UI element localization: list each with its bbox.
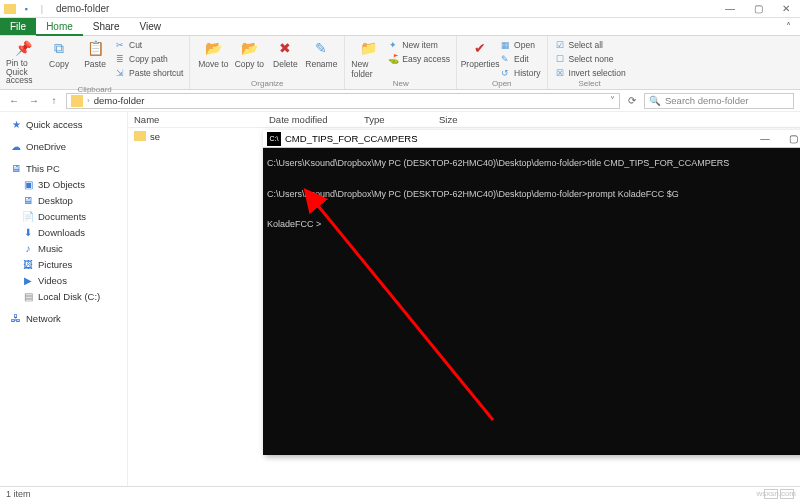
cmd-output[interactable]: C:\Users\Ksound\Dropbox\My PC (DESKTOP-6…: [263, 148, 800, 455]
music-icon: ♪: [22, 242, 34, 254]
cube-icon: ▣: [22, 178, 34, 190]
tab-file[interactable]: File: [0, 18, 36, 35]
group-label: Select: [554, 79, 626, 89]
sidebar-item-local-disk[interactable]: ▤Local Disk (C:): [0, 288, 127, 304]
tab-view[interactable]: View: [130, 18, 172, 35]
maximize-button[interactable]: ▢: [744, 0, 772, 18]
ribbon-tabs: File Home Share View ˄: [0, 18, 800, 36]
group-label: New: [351, 79, 450, 89]
main: ★Quick access ☁OneDrive 🖥This PC ▣3D Obj…: [0, 112, 800, 486]
easy-icon: ⛳: [387, 53, 399, 65]
edit-button[interactable]: ✎Edit: [499, 52, 540, 65]
copy-button[interactable]: ⧉Copy: [42, 38, 76, 69]
new-folder-button[interactable]: 📁New folder: [351, 38, 385, 79]
minimize-button[interactable]: —: [716, 0, 744, 18]
column-size[interactable]: Size: [433, 114, 493, 125]
cut-button[interactable]: ✂Cut: [114, 38, 183, 51]
video-icon: ▶: [22, 274, 34, 286]
cut-icon: ✂: [114, 39, 126, 51]
ribbon-collapse-button[interactable]: ˄: [776, 18, 800, 35]
up-button[interactable]: ↑: [46, 93, 62, 109]
select-none-button[interactable]: ☐Select none: [554, 52, 626, 65]
search-icon: 🔍: [649, 95, 661, 106]
copy-path-button[interactable]: ≣Copy path: [114, 52, 183, 65]
chevron-down-icon[interactable]: ˅: [610, 95, 615, 106]
cloud-icon: ☁: [10, 140, 22, 152]
move-icon: 📂: [203, 38, 223, 58]
sidebar-item-3d-objects[interactable]: ▣3D Objects: [0, 176, 127, 192]
pin-icon: 📌: [13, 38, 33, 58]
column-name[interactable]: Name: [128, 114, 263, 125]
cmd-minimize-button[interactable]: —: [751, 130, 779, 148]
sidebar-item-documents[interactable]: 📄Documents: [0, 208, 127, 224]
explorer-titlebar: ▪ | demo-folder — ▢ ✕: [0, 0, 800, 18]
new-folder-icon: 📁: [358, 38, 378, 58]
open-button[interactable]: ▦Open: [499, 38, 540, 51]
properties-button[interactable]: ✔Properties: [463, 38, 497, 69]
rename-icon: ✎: [311, 38, 331, 58]
download-icon: ⬇: [22, 226, 34, 238]
sidebar-item-videos[interactable]: ▶Videos: [0, 272, 127, 288]
sidebar-item-music[interactable]: ♪Music: [0, 240, 127, 256]
document-icon: 📄: [22, 210, 34, 222]
move-to-button[interactable]: 📂Move to: [196, 38, 230, 69]
breadcrumb[interactable]: › demo-folder ˅: [66, 93, 620, 109]
group-label: Organize: [196, 79, 338, 89]
easy-access-button[interactable]: ⛳Easy access: [387, 52, 450, 65]
select-all-button[interactable]: ☑Select all: [554, 38, 626, 51]
paste-shortcut-button[interactable]: ⇲Paste shortcut: [114, 66, 183, 79]
invert-selection-button[interactable]: ☒Invert selection: [554, 66, 626, 79]
window-title: demo-folder: [56, 3, 109, 14]
network-icon: 🖧: [10, 312, 22, 324]
address-bar: ← → ↑ › demo-folder ˅ ⟳ 🔍 Search demo-fo…: [0, 90, 800, 112]
sidebar-item-network[interactable]: 🖧Network: [0, 310, 127, 326]
invert-icon: ☒: [554, 67, 566, 79]
sidebar-item-onedrive[interactable]: ☁OneDrive: [0, 138, 127, 154]
copy-to-button[interactable]: 📂Copy to: [232, 38, 266, 69]
sidebar-item-desktop[interactable]: 🖥Desktop: [0, 192, 127, 208]
copyto-icon: 📂: [239, 38, 259, 58]
delete-button[interactable]: ✖Delete: [268, 38, 302, 69]
paste-button[interactable]: 📋Paste: [78, 38, 112, 69]
rename-button[interactable]: ✎Rename: [304, 38, 338, 69]
close-button[interactable]: ✕: [772, 0, 800, 18]
save-icon[interactable]: ▪: [20, 3, 32, 15]
sidebar-item-this-pc[interactable]: 🖥This PC: [0, 160, 127, 176]
group-clipboard: 📌Pin to Quick access ⧉Copy 📋Paste ✂Cut ≣…: [0, 36, 190, 89]
new-item-icon: ✦: [387, 39, 399, 51]
path-icon: ≣: [114, 53, 126, 65]
folder-icon: [4, 4, 16, 14]
cmd-titlebar[interactable]: C:\ CMD_TIPS_FOR_CCAMPERS — ▢ ✕: [263, 130, 800, 148]
file-name: se: [150, 131, 160, 142]
cmd-title-text: CMD_TIPS_FOR_CCAMPERS: [285, 133, 418, 144]
history-button[interactable]: ↺History: [499, 66, 540, 79]
desktop-icon: 🖥: [22, 194, 34, 206]
new-item-button[interactable]: ✦New item: [387, 38, 450, 51]
column-headers: Name Date modified Type Size: [128, 112, 800, 128]
tab-share[interactable]: Share: [83, 18, 130, 35]
sidebar-item-quick-access[interactable]: ★Quick access: [0, 116, 127, 132]
watermark: wsxsn.com: [756, 489, 796, 498]
group-open: ✔Properties ▦Open ✎Edit ↺History Open: [457, 36, 547, 89]
folder-icon: [134, 131, 146, 141]
open-icon: ▦: [499, 39, 511, 51]
breadcrumb-segment[interactable]: demo-folder: [94, 95, 145, 106]
cmd-maximize-button[interactable]: ▢: [779, 130, 800, 148]
select-none-icon: ☐: [554, 53, 566, 65]
navigation-pane: ★Quick access ☁OneDrive 🖥This PC ▣3D Obj…: [0, 112, 128, 486]
refresh-button[interactable]: ⟳: [624, 93, 640, 109]
folder-icon: [71, 95, 83, 107]
column-type[interactable]: Type: [358, 114, 433, 125]
back-button[interactable]: ←: [6, 93, 22, 109]
search-input[interactable]: 🔍 Search demo-folder: [644, 93, 794, 109]
disk-icon: ▤: [22, 290, 34, 302]
column-date[interactable]: Date modified: [263, 114, 358, 125]
tab-home[interactable]: Home: [36, 18, 83, 36]
select-all-icon: ☑: [554, 39, 566, 51]
pin-quick-access-button[interactable]: 📌Pin to Quick access: [6, 38, 40, 85]
sidebar-item-pictures[interactable]: 🖼Pictures: [0, 256, 127, 272]
cmd-icon: C:\: [267, 132, 281, 146]
sidebar-item-downloads[interactable]: ⬇Downloads: [0, 224, 127, 240]
forward-button[interactable]: →: [26, 93, 42, 109]
history-icon: ↺: [499, 67, 511, 79]
